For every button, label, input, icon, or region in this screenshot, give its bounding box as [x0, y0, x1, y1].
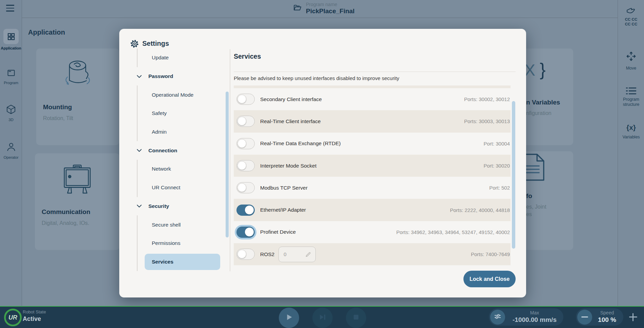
settings-nav-item[interactable]: Safety [135, 104, 233, 123]
service-input[interactable]: 0 [278, 247, 316, 262]
service-toggle[interactable] [236, 138, 255, 149]
speed-increase-button[interactable] [624, 308, 642, 326]
nav-item-label: Secure shell [152, 222, 181, 228]
sidebar-item-variables[interactable]: {x} Variables [618, 123, 644, 140]
sidebar-item-program-structure[interactable]: Program structure [618, 87, 644, 107]
settings-nav-item[interactable]: Network [135, 160, 233, 178]
top-bar: Program name PickPlace_Final [0, 0, 644, 18]
speed-pill: Speed 100 % [576, 308, 623, 326]
stop-button[interactable] [346, 308, 366, 328]
play-icon [285, 313, 293, 323]
settings-modal: Settings Update Password Operational Mod… [119, 29, 526, 297]
program-name-chip[interactable]: Program name PickPlace_Final [293, 2, 355, 15]
service-toggle[interactable] [236, 227, 255, 238]
nav-item-label: Permissions [152, 240, 180, 246]
nav-item-label: Safety [152, 110, 167, 116]
service-name: Real-Time Client interface [260, 118, 321, 124]
cube-icon [3, 103, 19, 116]
service-toggle[interactable] [236, 116, 255, 127]
settings-nav-item[interactable]: Update [135, 49, 233, 67]
max-speed-pill: Max -1000.00 mm/s [489, 308, 563, 326]
program-name-label: Program name [306, 2, 355, 7]
chevron-down-icon [136, 75, 143, 78]
service-name: Secondary Client interface [260, 96, 322, 102]
service-row: Real-Time Client interface Ports: 30003,… [234, 110, 511, 132]
speed-settings-button[interactable] [490, 310, 505, 325]
sidebar-item-3d[interactable]: 3D [0, 103, 22, 122]
card-communication[interactable]: Communication Digital, Analog, IOs. [35, 153, 120, 250]
nav-content-divider [230, 49, 230, 271]
settings-nav-item[interactable]: Connection [135, 141, 233, 160]
service-row: Secondary Client interface Ports: 30002,… [234, 88, 511, 110]
nav-scrollbar-thumb[interactable] [226, 92, 229, 237]
service-row: Real-Time Data Exchange (RTDE) Port: 300… [234, 133, 511, 155]
nav-item-label: Operational Mode [152, 92, 193, 98]
card-title: n Variables [526, 99, 560, 106]
left-sidebar: Application Program 3D Operator [0, 0, 22, 307]
settings-nav-item[interactable]: Admin [135, 123, 233, 141]
service-toggle[interactable] [236, 249, 255, 260]
card-subtitle: Rotation, Tilt [43, 115, 73, 121]
skip-button[interactable] [312, 308, 333, 328]
card-subtitle: es [526, 211, 532, 217]
service-row: Interpreter Mode Socket Port: 30020 [234, 155, 511, 177]
gear-icon [130, 39, 139, 50]
service-ports: Ports: 7400-7649 [471, 251, 511, 257]
card-mounting[interactable]: Mounting Rotation, Tilt [36, 49, 119, 145]
chevron-down-icon [136, 205, 143, 208]
service-input-value: 0 [284, 251, 286, 257]
service-row: ROS2 0 Ports: 7400-7649 [234, 243, 511, 265]
program-name-value: PickPlace_Final [306, 7, 355, 15]
services-list: Secondary Client interface Ports: 30002,… [234, 85, 511, 265]
mounting-illustration-icon [60, 56, 95, 95]
service-name: Modbus TCP Server [260, 185, 308, 191]
max-label: Max [508, 310, 561, 316]
service-toggle[interactable] [236, 205, 255, 216]
chevron-down-icon [136, 149, 143, 152]
card-title: fo [526, 192, 532, 200]
sidebar-item-label: Application [0, 46, 22, 50]
service-name: Real-Time Data Exchange (RTDE) [260, 140, 341, 147]
service-row: Ethernet/IP Adapter Ports: 2222, 40000, … [234, 199, 511, 221]
sidebar-item-label: Move [618, 66, 644, 71]
service-toggle[interactable] [236, 94, 255, 105]
max-speed-value: -1000.00 mm/s [508, 316, 561, 324]
hand-caption: CC CC [618, 17, 644, 22]
service-toggle[interactable] [236, 160, 255, 171]
service-name: Interpreter Mode Socket [260, 163, 316, 169]
settings-nav-item[interactable]: Security [135, 197, 233, 216]
nav-item-label: Security [148, 203, 169, 209]
play-button[interactable] [279, 308, 299, 328]
service-ports: Ports: 2222, 40000, 44818 [450, 207, 511, 213]
list-icon [626, 90, 637, 96]
service-ports: Port: 30020 [483, 163, 511, 169]
settings-nav-item[interactable]: Password [135, 67, 233, 86]
sidebar-item-application[interactable]: Application [0, 29, 22, 50]
settings-nav-item[interactable]: Services [135, 253, 233, 271]
service-ports: Ports: 34962, 34963, 34964, 53247, 49152… [396, 229, 511, 235]
partial-row-strip [234, 85, 511, 88]
settings-nav-item[interactable]: Operational Mode [135, 85, 233, 104]
robot-state-block[interactable]: Robot State Active [23, 309, 46, 323]
folder-open-icon [293, 3, 302, 14]
hamburger-menu-button[interactable] [6, 5, 14, 12]
hand-caption: CC CC [618, 22, 644, 26]
pencil-icon [305, 251, 312, 258]
service-toggle[interactable] [236, 182, 255, 193]
settings-nav-item[interactable]: Permissions [135, 234, 233, 253]
settings-nav-item[interactable]: Secure shell [135, 215, 233, 234]
sidebar-item-move[interactable]: Move [618, 50, 644, 71]
settings-nav: Update Password Operational Mode Safety … [135, 49, 233, 271]
speed-decrease-button[interactable] [577, 310, 592, 325]
sidebar-item-operator[interactable]: Operator [0, 140, 22, 159]
list-scrollbar-thumb[interactable] [512, 101, 515, 249]
hand-guide-button[interactable]: CC CC CC CC [618, 7, 644, 26]
sidebar-item-program[interactable]: Program [0, 67, 22, 85]
card-title: Communication [42, 208, 90, 216]
sidebar-item-label: Program structure [618, 97, 644, 107]
nav-item-label: Password [148, 73, 173, 79]
lock-and-close-button[interactable]: Lock and Close [463, 271, 516, 287]
divider [234, 72, 516, 72]
settings-nav-item[interactable]: UR Connect [135, 178, 233, 197]
sidebar-item-label: 3D [0, 118, 22, 122]
